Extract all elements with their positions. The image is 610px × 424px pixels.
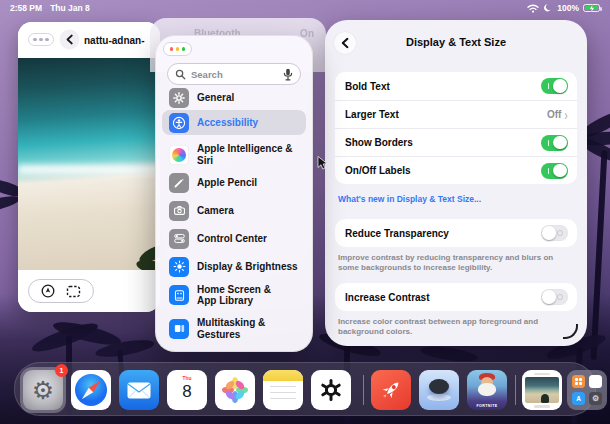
- ipad-screen: 2:58 PM Thu Jan 8 100%: [0, 0, 610, 424]
- dock-app-rocket[interactable]: [371, 370, 411, 410]
- setting-row-reduce-transparency[interactable]: Reduce Transparency: [335, 219, 577, 247]
- dock-app-fortnite[interactable]: FORTNITE: [467, 370, 507, 410]
- sidebar-item-home-screen-app-library[interactable]: Home Screen & App Library: [162, 280, 306, 310]
- calendar-day: 8: [182, 382, 191, 402]
- crop-selection-icon[interactable]: [66, 285, 81, 298]
- window-controls-ellipsis[interactable]: [28, 33, 54, 46]
- display-text-size-window: Display & Text Size Bold Text Larger Tex…: [325, 20, 587, 346]
- dock-divider: [515, 375, 516, 405]
- dock-app-notes[interactable]: [263, 370, 303, 410]
- sidebar-item-apple-intelligence-siri[interactable]: Apple Intelligence & Siri: [162, 142, 306, 167]
- sidebar-item-camera[interactable]: Camera: [162, 198, 306, 223]
- setting-row-increase-contrast[interactable]: Increase Contrast: [335, 283, 577, 311]
- search-placeholder: Search: [191, 69, 278, 80]
- accessibility-icon: [169, 113, 189, 133]
- fortnite-logo-text: FORTNITE: [467, 404, 507, 408]
- envelope-icon: [127, 382, 151, 399]
- status-bar: 2:58 PM Thu Jan 8 100%: [0, 0, 610, 16]
- mini-calculator-icon: [572, 375, 585, 388]
- control-center-icon: [169, 229, 189, 249]
- whats-new-link[interactable]: What's new in Display & Text Size...: [338, 194, 481, 204]
- display-settings-card: Bold Text Larger Text Off › Show Borders…: [335, 72, 577, 184]
- dock: ⚙ 1 Thu 8: [14, 362, 596, 416]
- photo-window-footer: [18, 270, 160, 312]
- page-title: Display & Text Size: [355, 36, 557, 48]
- dock-divider: [363, 375, 364, 405]
- onoff-labels-toggle[interactable]: [541, 163, 568, 179]
- window-controls-traffic-lights[interactable]: [163, 42, 192, 56]
- setting-row-larger-text[interactable]: Larger Text Off ›: [335, 100, 577, 128]
- dock-app-library[interactable]: A ⚙: [567, 370, 607, 410]
- chatgpt-logo-icon: [318, 377, 344, 403]
- photo-window-header: nattu-adnan-: [18, 22, 160, 58]
- photo-title: nattu-adnan-: [84, 35, 160, 46]
- beach-photo: [18, 58, 160, 270]
- setting-row-bold-text[interactable]: Bold Text: [335, 72, 577, 100]
- window-resize-grip[interactable]: [563, 324, 578, 339]
- photo-toolbar: [28, 279, 94, 303]
- larger-text-value: Off: [547, 109, 561, 120]
- gear-icon: [169, 88, 189, 108]
- back-button[interactable]: [60, 30, 79, 49]
- mic-icon[interactable]: [283, 68, 293, 81]
- reduce-transparency-toggle[interactable]: [541, 225, 568, 241]
- date: Thu Jan 8: [50, 3, 90, 13]
- notification-badge: 1: [55, 364, 68, 377]
- siri-swirl-icon: [169, 145, 189, 165]
- setting-row-show-borders[interactable]: Show Borders: [335, 128, 577, 156]
- show-borders-toggle[interactable]: [541, 135, 568, 151]
- wifi-icon: [527, 4, 539, 13]
- battery-charging-icon: [583, 4, 600, 13]
- photo-viewer-window: nattu-adnan-: [18, 22, 160, 312]
- mouse-cursor: [317, 156, 328, 170]
- markup-pen-icon[interactable]: [41, 284, 55, 298]
- sidebar-item-apple-pencil[interactable]: Apple Pencil: [162, 170, 306, 195]
- sidebar-item-accessibility[interactable]: Accessibility: [162, 110, 306, 135]
- chevron-right-icon: ›: [564, 107, 568, 122]
- dock-app-settings[interactable]: ⚙: [23, 370, 63, 410]
- clock: 2:58 PM: [10, 3, 42, 13]
- dock-app-mail[interactable]: [119, 370, 159, 410]
- sidebar-label-line2: App Library: [197, 295, 253, 306]
- sidebar-item-multitasking-gestures[interactable]: Multitasking & Gestures: [162, 316, 306, 341]
- camera-icon: [169, 201, 189, 221]
- mini-calendar-icon: [589, 375, 602, 388]
- home-screen-icon: [169, 285, 189, 305]
- dock-app-speaker[interactable]: [419, 370, 459, 410]
- dock-app-safari[interactable]: [71, 370, 111, 410]
- dock-app-photos[interactable]: [215, 370, 255, 410]
- sidebar-item-general[interactable]: General: [162, 85, 306, 110]
- pencil-icon: [169, 173, 189, 193]
- multitasking-icon: [169, 319, 189, 339]
- mini-app-store-icon: A: [572, 392, 585, 405]
- focus-moon-icon: [543, 3, 553, 13]
- sidebar-item-control-center[interactable]: Control Center: [162, 226, 306, 251]
- settings-sidebar: Search General Accessibility Apple Intel…: [155, 35, 313, 352]
- back-button[interactable]: [334, 32, 356, 54]
- sun-icon: [169, 257, 189, 277]
- search-input[interactable]: Search: [167, 63, 301, 85]
- dock-app-chatgpt[interactable]: [311, 370, 351, 410]
- photos-flower-icon: [220, 375, 250, 405]
- rocket-icon: [378, 377, 404, 403]
- increase-contrast-description: Increase color contrast between app fore…: [338, 317, 569, 338]
- calendar-weekday: Thu: [183, 376, 192, 381]
- mini-settings-icon: ⚙: [589, 392, 602, 405]
- setting-row-onoff-labels[interactable]: On/Off Labels: [335, 156, 577, 184]
- sidebar-label-line1: Home Screen &: [197, 284, 271, 295]
- bold-text-toggle[interactable]: [541, 78, 568, 94]
- search-icon: [175, 69, 186, 80]
- reduce-transparency-card: Reduce Transparency: [335, 219, 577, 247]
- increase-contrast-toggle[interactable]: [541, 289, 568, 305]
- increase-contrast-card: Increase Contrast: [335, 283, 577, 311]
- dock-recent-app-thumbnail[interactable]: [522, 370, 562, 410]
- sidebar-item-display-brightness[interactable]: Display & Brightness: [162, 254, 306, 279]
- reduce-transparency-description: Improve contrast by reducing transparenc…: [338, 253, 569, 274]
- battery-percent: 100%: [557, 3, 579, 13]
- dock-app-calendar[interactable]: Thu 8: [167, 370, 207, 410]
